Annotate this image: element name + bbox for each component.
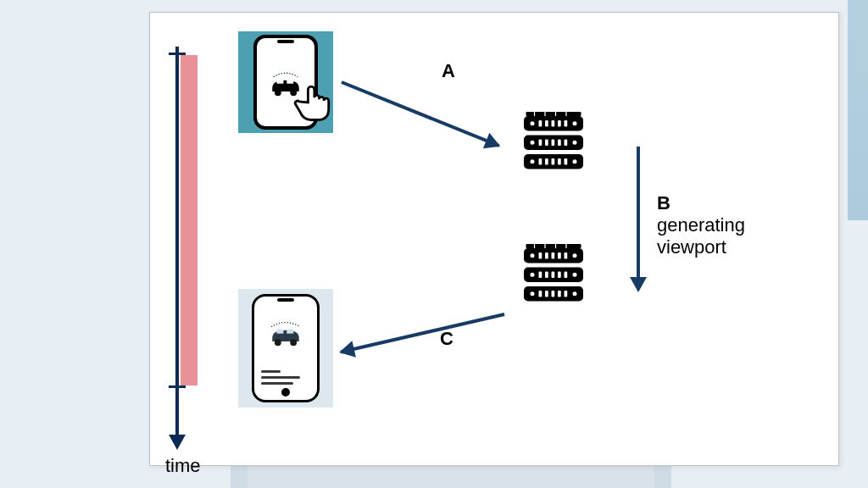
label-c: C (440, 328, 453, 350)
svg-rect-2 (277, 79, 284, 83)
svg-rect-49 (558, 252, 561, 259)
svg-rect-21 (565, 120, 568, 127)
svg-rect-61 (545, 291, 548, 297)
phone-result-tile (238, 289, 333, 408)
phone-car-touch-icon (253, 35, 318, 130)
svg-rect-24 (539, 140, 542, 147)
svg-rect-50 (565, 252, 568, 259)
car-icon (268, 321, 303, 348)
svg-rect-26 (552, 140, 555, 147)
label-a: A (442, 60, 455, 82)
arrow-b (637, 147, 640, 279)
svg-point-45 (531, 253, 535, 258)
label-b-line2: viewport (657, 236, 726, 258)
svg-rect-32 (545, 158, 548, 165)
svg-rect-31 (539, 158, 542, 165)
svg-rect-55 (552, 272, 555, 279)
svg-rect-64 (565, 291, 568, 297)
svg-rect-48 (552, 252, 555, 259)
svg-rect-33 (552, 158, 555, 165)
svg-point-16 (531, 121, 535, 125)
svg-point-58 (573, 273, 577, 277)
svg-point-0 (275, 89, 281, 96)
phone-car-result-icon (252, 294, 320, 402)
diagram-panel: time (149, 12, 839, 466)
time-tick-end (169, 385, 186, 388)
svg-rect-54 (545, 272, 548, 279)
time-tick-start (169, 53, 186, 55)
svg-rect-20 (558, 120, 561, 127)
touch-hand-icon (287, 75, 338, 126)
svg-point-36 (573, 159, 577, 164)
svg-rect-17 (539, 120, 542, 127)
svg-point-52 (531, 273, 535, 277)
svg-rect-7 (287, 329, 293, 333)
time-axis-arrowhead (169, 435, 186, 450)
result-list-lines (254, 367, 317, 388)
label-b-line1: generating (657, 214, 745, 236)
svg-rect-27 (558, 140, 561, 147)
svg-rect-53 (539, 272, 542, 279)
svg-rect-28 (565, 140, 568, 147)
arrow-b-head (630, 277, 647, 292)
svg-rect-62 (552, 291, 555, 297)
svg-rect-46 (539, 252, 542, 259)
svg-rect-6 (277, 329, 284, 333)
time-interval-bar (181, 55, 198, 385)
phone-request-tile (238, 31, 333, 133)
svg-rect-35 (565, 158, 568, 165)
svg-rect-56 (558, 272, 561, 279)
svg-point-22 (573, 121, 577, 125)
svg-rect-60 (539, 291, 542, 297)
svg-rect-25 (545, 140, 548, 147)
server-bottom-icon (520, 240, 587, 308)
svg-rect-18 (545, 120, 548, 127)
svg-rect-34 (558, 158, 561, 165)
svg-point-5 (290, 339, 297, 346)
svg-point-59 (531, 291, 535, 296)
svg-rect-47 (545, 252, 548, 259)
arrow-c (341, 313, 505, 353)
svg-rect-63 (558, 291, 561, 297)
svg-point-4 (275, 339, 281, 346)
svg-point-23 (531, 141, 535, 145)
time-axis-label: time (165, 455, 201, 477)
svg-rect-57 (565, 272, 568, 279)
server-top-icon (520, 108, 587, 175)
svg-rect-19 (552, 120, 555, 127)
label-b: B (657, 192, 670, 214)
svg-point-29 (573, 141, 577, 145)
background-stripe-cut (843, 220, 868, 488)
svg-point-65 (573, 291, 577, 296)
arrow-a (341, 80, 499, 147)
svg-point-30 (531, 159, 535, 164)
svg-point-51 (573, 253, 577, 258)
time-axis (175, 47, 179, 436)
